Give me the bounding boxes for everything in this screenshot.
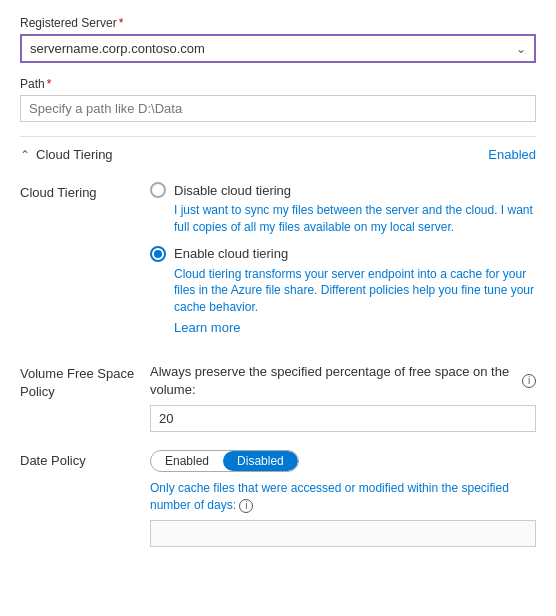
section-title: Cloud Tiering bbox=[36, 147, 113, 162]
path-input[interactable] bbox=[20, 95, 536, 122]
required-indicator: * bbox=[119, 16, 124, 30]
volume-free-space-content: Always preserve the specified percentage… bbox=[150, 363, 536, 432]
required-indicator: * bbox=[47, 77, 52, 91]
volume-info-icon[interactable]: i bbox=[522, 374, 536, 388]
enable-cloud-tiering-option: Enable cloud tiering Cloud tiering trans… bbox=[150, 246, 536, 335]
enable-radio-desc: Cloud tiering transforms your server end… bbox=[174, 266, 536, 316]
cloud-tiering-label: Cloud Tiering bbox=[20, 182, 150, 345]
volume-free-space-label: Volume Free Space Policy bbox=[20, 363, 150, 432]
date-description-text: Only cache files that were accessed or m… bbox=[150, 481, 509, 512]
disable-radio-desc: I just want to sync my files between the… bbox=[174, 202, 536, 236]
disable-cloud-tiering-option: Disable cloud tiering I just want to syn… bbox=[150, 182, 536, 236]
label-text: Registered Server bbox=[20, 16, 117, 30]
registered-server-field: Registered Server* servername.corp.conto… bbox=[20, 16, 536, 63]
disable-radio-button[interactable] bbox=[150, 182, 166, 198]
volume-free-space-input[interactable] bbox=[150, 405, 536, 432]
date-policy-content: Enabled Disabled Only cache files that w… bbox=[150, 450, 536, 547]
date-policy-info-icon[interactable]: i bbox=[239, 499, 253, 513]
date-policy-description: Only cache files that were accessed or m… bbox=[150, 480, 536, 514]
disable-radio-label: Disable cloud tiering bbox=[174, 183, 291, 198]
volume-free-space-row: Volume Free Space Policy Always preserve… bbox=[20, 363, 536, 432]
section-header-left[interactable]: ⌃ Cloud Tiering bbox=[20, 147, 113, 162]
volume-free-space-description: Always preserve the specified percentage… bbox=[150, 363, 536, 399]
enable-radio-label: Enable cloud tiering bbox=[174, 246, 288, 261]
path-label: Path* bbox=[20, 77, 536, 91]
date-policy-disabled-button[interactable]: Disabled bbox=[223, 451, 298, 471]
date-policy-enabled-button[interactable]: Enabled bbox=[151, 451, 223, 471]
cloud-tiering-content: Disable cloud tiering I just want to syn… bbox=[150, 182, 536, 345]
enable-radio-row[interactable]: Enable cloud tiering bbox=[150, 246, 536, 262]
label-text: Path bbox=[20, 77, 45, 91]
section-status-badge: Enabled bbox=[488, 147, 536, 162]
registered-server-label: Registered Server* bbox=[20, 16, 536, 30]
date-policy-toggle-group: Enabled Disabled bbox=[150, 450, 299, 472]
collapse-chevron-icon: ⌃ bbox=[20, 148, 30, 162]
date-policy-row: Date Policy Enabled Disabled Only cache … bbox=[20, 450, 536, 547]
path-field: Path* bbox=[20, 77, 536, 122]
disable-radio-row[interactable]: Disable cloud tiering bbox=[150, 182, 536, 198]
cloud-tiering-setting-row: Cloud Tiering Disable cloud tiering I ju… bbox=[20, 182, 536, 345]
learn-more-link[interactable]: Learn more bbox=[174, 320, 240, 335]
date-policy-label: Date Policy bbox=[20, 450, 150, 547]
date-policy-days-input[interactable] bbox=[150, 520, 536, 547]
registered-server-select-wrapper: servername.corp.contoso.com ⌄ bbox=[20, 34, 536, 63]
enable-radio-button[interactable] bbox=[150, 246, 166, 262]
volume-description-text: Always preserve the specified percentage… bbox=[150, 363, 518, 399]
registered-server-select[interactable]: servername.corp.contoso.com bbox=[20, 34, 536, 63]
cloud-tiering-section-header: ⌃ Cloud Tiering Enabled bbox=[20, 136, 536, 172]
